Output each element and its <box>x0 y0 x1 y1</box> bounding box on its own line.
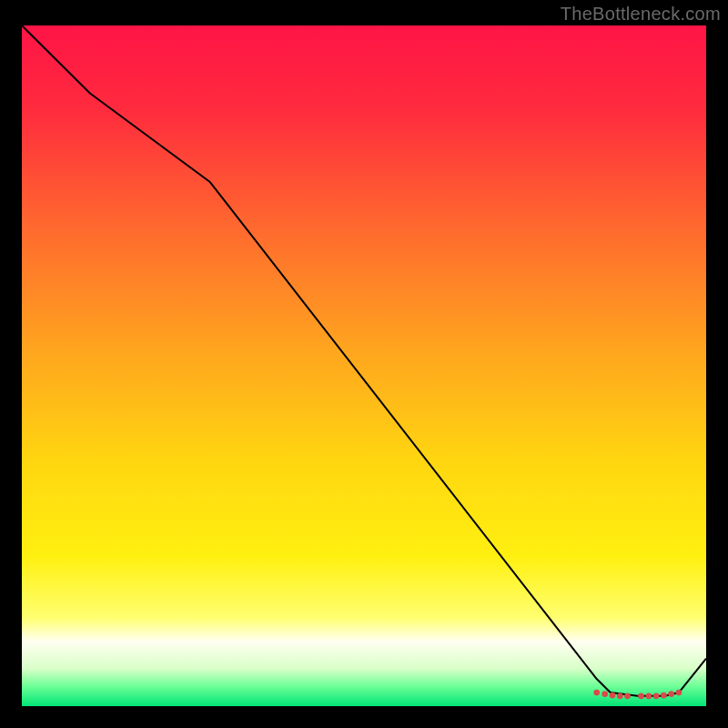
marker-dot <box>624 693 631 699</box>
watermark-text: TheBottleneck.com <box>561 4 721 25</box>
marker-dot <box>645 693 652 699</box>
marker-dot <box>638 693 644 699</box>
marker-dot <box>610 693 616 699</box>
plot-area <box>22 25 706 706</box>
marker-dot <box>668 691 674 697</box>
marker-dot <box>593 690 600 696</box>
marker-dot <box>653 693 660 699</box>
chart-svg <box>22 25 706 706</box>
marker-dot <box>676 690 682 696</box>
plot-background <box>22 25 706 706</box>
marker-dot <box>617 693 623 699</box>
marker-dot <box>602 691 608 697</box>
chart-container: TheBottleneck.com <box>0 0 728 728</box>
marker-dot <box>661 693 667 699</box>
